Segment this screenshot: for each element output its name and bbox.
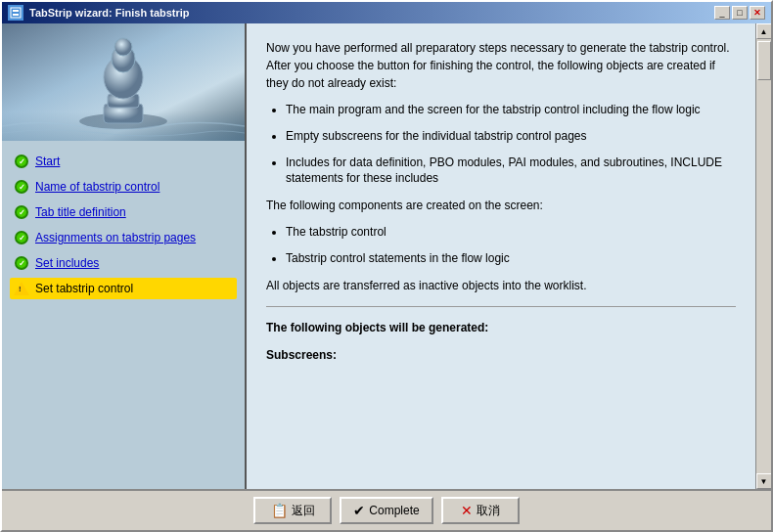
nav-item-start[interactable]: Start [10,151,237,172]
cancel-label: 取消 [477,503,500,519]
bullet-1-item-2: Empty subscreens for the individual tabs… [286,128,736,145]
main-content: Now you have performed all preparatory s… [245,23,755,489]
main-window: TabStrip wizard: Finish tabstrip _ □ ✕ [0,0,773,532]
check-icon-set-includes [14,255,29,271]
nav-item-name[interactable]: Name of tabstrip control [10,176,237,198]
right-panel: Now you have performed all preparatory s… [245,23,771,489]
nav-label-set-includes[interactable]: Set includes [35,256,99,270]
check-icon-start [14,154,29,169]
bullet-1-item-3: Includes for data definition, PBO module… [286,155,736,188]
svg-rect-1 [13,10,19,12]
scroll-thumb[interactable] [757,41,771,80]
nav-label-start[interactable]: Start [35,155,60,168]
left-panel: Start Name of tabstrip control Tab title… [2,23,245,489]
footer: 📋 返回 ✔ Complete ✕ 取消 [2,489,771,530]
check-icon-tab-title [14,204,29,220]
nav-item-tab-title[interactable]: Tab title definition [10,201,237,223]
svg-point-4 [79,113,167,129]
cancel-button[interactable]: ✕ 取消 [441,497,520,524]
main-text-body: Now you have performed all preparatory s… [266,39,736,364]
complete-icon: ✔ [353,503,365,518]
nav-label-set-tabstrip: Set tabstrip control [35,282,133,295]
subscreens-label: Subscreens: [266,346,736,364]
warning-icon-set-tabstrip [14,281,29,296]
window-title: TabStrip wizard: Finish tabstrip [29,7,190,19]
scrollbar: ▲ ▼ [755,23,771,489]
title-buttons: _ □ ✕ [714,6,765,20]
back-icon: 📋 [271,503,288,518]
generated-heading: The following objects will be generated: [266,319,736,336]
title-bar: TabStrip wizard: Finish tabstrip _ □ ✕ [2,2,771,23]
transfer-text: All objects are transferred as inactive … [266,277,736,294]
content-area: Start Name of tabstrip control Tab title… [2,23,771,489]
complete-button[interactable]: ✔ Complete [340,497,432,524]
nav-list: Start Name of tabstrip control Tab title… [2,141,245,489]
check-icon-name [14,179,29,195]
bullet-1-item-1: The main program and the screen for the … [286,102,736,118]
intro-paragraph: Now you have performed all preparatory s… [266,39,736,92]
nav-item-set-tabstrip[interactable]: Set tabstrip control [10,278,237,299]
left-decorative-image [2,23,245,141]
nav-item-set-includes[interactable]: Set includes [10,252,237,274]
svg-point-9 [114,38,132,56]
svg-rect-0 [11,8,21,18]
right-inner: Now you have performed all preparatory s… [245,23,771,489]
following-components-text: The following components are created on … [266,197,736,214]
maximize-button[interactable]: □ [732,6,748,20]
divider [266,306,736,307]
cancel-icon: ✕ [461,503,473,518]
nav-label-assignments[interactable]: Assignments on tabstrip pages [35,231,196,244]
close-button[interactable]: ✕ [750,6,765,20]
title-bar-left: TabStrip wizard: Finish tabstrip [8,5,190,21]
bullet-list-2: The tabstrip control Tabstrip control st… [286,224,736,267]
svg-rect-2 [13,14,19,16]
scroll-up-button[interactable]: ▲ [756,23,772,39]
bullet-2-item-1: The tabstrip control [286,224,736,241]
bullet-2-item-2: Tabstrip control statements in the flow … [286,250,736,267]
bullet-list-1: The main program and the screen for the … [286,102,736,187]
back-label: 返回 [292,503,315,519]
nav-label-tab-title[interactable]: Tab title definition [35,205,126,219]
complete-label: Complete [369,504,419,517]
scroll-down-button[interactable]: ▼ [756,473,772,489]
window-icon [8,5,23,21]
back-button[interactable]: 📋 返回 [253,497,332,524]
nav-label-name[interactable]: Name of tabstrip control [35,180,159,194]
check-icon-assignments [14,230,29,245]
nav-item-assignments[interactable]: Assignments on tabstrip pages [10,227,237,248]
minimize-button[interactable]: _ [714,6,730,20]
